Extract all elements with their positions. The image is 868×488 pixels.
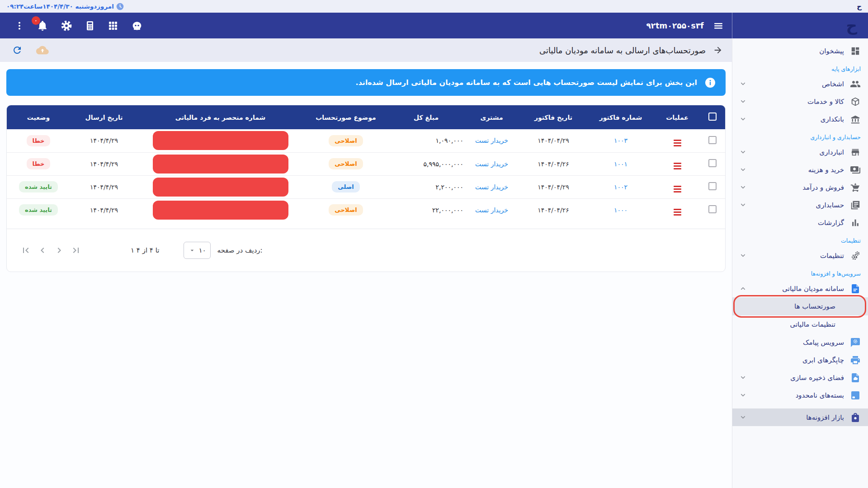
chevron-down-icon — [740, 98, 746, 105]
menu-toggle-icon[interactable] — [713, 20, 724, 31]
invoice-date-cell: ۱۴۰۴/۰۴/۲۹ — [520, 175, 587, 198]
info-icon — [705, 77, 716, 88]
settings-gear-icon[interactable] — [61, 20, 72, 32]
first-page-icon[interactable] — [20, 245, 31, 256]
invoice-number-cell: ۱۰۰۰ — [587, 198, 655, 221]
back-arrow-icon[interactable] — [713, 45, 723, 55]
subject-badge: اصلاحی — [329, 135, 363, 146]
assistant-robot-icon[interactable] — [131, 19, 143, 32]
page-title-group: صورتحساب‌های ارسالی به سامانه مودیان مال… — [539, 45, 723, 55]
sidebar-item[interactable]: پیشخوان — [732, 42, 868, 60]
settings-gears-icon — [850, 250, 861, 261]
sidebar-item[interactable]: فضای ذخیره سازی — [732, 369, 868, 386]
invoice-subject-cell: اصلاحی — [303, 152, 389, 175]
customer-cell: خریدار تست — [463, 152, 520, 175]
invoice-date-cell: ۱۴۰۴/۰۴/۲۶ — [520, 198, 587, 221]
rows-per-page-select[interactable]: ۱۰ — [184, 242, 211, 259]
sidebar-subitem[interactable]: صورتحساب ها — [732, 297, 868, 315]
tax-uid-cell — [138, 152, 303, 175]
row-checkbox[interactable] — [708, 205, 717, 213]
calculator-icon[interactable] — [85, 20, 95, 31]
warehouse-icon — [850, 147, 861, 158]
info-banner: این بخش برای نمایش لیست صورتحساب هایی اس… — [6, 69, 726, 96]
sidebar-item[interactable]: سرویس پیامک — [732, 333, 868, 351]
sidebar-item[interactable]: خرید و هزینه — [732, 161, 868, 178]
row-select-cell — [700, 129, 725, 152]
sidebar-item[interactable]: چاپگرهای ابری — [732, 351, 868, 369]
chevron-down-icon — [740, 116, 746, 122]
row-actions-icon[interactable] — [674, 186, 681, 192]
invoice-number-cell: ۱۰۰۳ — [587, 129, 655, 152]
subject-badge: اصلاحی — [329, 204, 363, 216]
sidebar-item[interactable]: سامانه مودیان مالیاتی — [732, 280, 868, 297]
row-select-cell — [700, 175, 725, 198]
sidebar-item[interactable]: انبارداری — [732, 143, 868, 161]
customer-link[interactable]: خریدار تست — [475, 160, 508, 168]
column-header: عملیات — [655, 105, 700, 129]
sidebar-item[interactable]: تنظیمات — [732, 247, 868, 264]
sidebar-item[interactable]: کالا و خدمات — [732, 93, 868, 110]
notification-badge: ۰ — [32, 16, 40, 25]
notifications-bell-icon[interactable]: ۰ — [37, 20, 48, 32]
redacted-tax-uid-block — [153, 201, 288, 220]
invoice-number-link[interactable]: ۱۰۰۰ — [614, 206, 627, 214]
select-all-checkbox[interactable] — [708, 113, 717, 121]
status-cell: خطا — [7, 152, 70, 175]
total-amount-cell: ۱,۰۹۰,۰۰۰ — [389, 129, 463, 152]
invoice-number-link[interactable]: ۱۰۰۳ — [614, 137, 627, 144]
customer-link[interactable]: خریدار تست — [475, 206, 508, 214]
chart-icon — [850, 217, 861, 228]
sidebar-item[interactable]: بازار افزونه‌ها — [732, 408, 868, 426]
clock-icon — [116, 3, 124, 10]
kebab-menu-icon[interactable] — [14, 21, 24, 31]
sidebar-brand-header: ح — [732, 13, 868, 38]
top-strip: ح امروزدوشنبه ۱۴۰۴/۴/۳۰ساعت۰۹:۲۴ — [0, 0, 868, 13]
main-area: صورتحساب‌های ارسالی به سامانه مودیان مال… — [0, 38, 732, 488]
row-checkbox[interactable] — [708, 182, 717, 190]
sidebar-item[interactable]: فروش و درآمد — [732, 178, 868, 196]
content-area: این بخش برای نمایش لیست صورتحساب هایی اس… — [0, 62, 732, 488]
sidebar-item[interactable]: اشخاص — [732, 75, 868, 93]
cart-icon — [850, 182, 861, 193]
chevron-down-icon — [740, 184, 746, 191]
column-header: مشتری — [463, 105, 520, 129]
cloud-upload-icon[interactable] — [36, 44, 49, 56]
table-row: ۱۰۰۲۱۴۰۴/۰۴/۲۹خریدار تست۲,۲۰۰,۰۰۰اصلی۱۴۰… — [7, 175, 725, 198]
sidebar-item[interactable]: حسابداری — [732, 196, 868, 214]
apps-grid-icon[interactable] — [108, 20, 118, 31]
invoice-number-link[interactable]: ۱۰۰۲ — [614, 183, 627, 191]
select-all-header-cell — [700, 105, 725, 129]
last-page-icon[interactable] — [71, 245, 81, 256]
column-header: تاریخ ارسال — [70, 105, 138, 129]
row-operations-cell — [655, 175, 700, 198]
sidebar-section-label: تنظیمات — [732, 231, 868, 247]
row-actions-icon[interactable] — [674, 163, 681, 169]
sidebar-subitem[interactable]: تنظیمات مالیاتی — [732, 315, 868, 333]
sidebar-item-label: چاپگرهای ابری — [802, 356, 844, 364]
unlimited-package-icon — [850, 390, 861, 401]
navbar-icons: ۰ — [8, 19, 143, 32]
page-title: صورتحساب‌های ارسالی به سامانه مودیان مال… — [539, 46, 706, 55]
row-actions-icon[interactable] — [674, 209, 681, 216]
send-date-cell: ۱۴۰۴/۴/۲۹ — [70, 175, 138, 198]
invoice-subject-cell: اصلاحی — [303, 129, 389, 152]
sidebar-item[interactable]: گزارشات — [732, 214, 868, 231]
tax-uid-cell — [138, 129, 303, 152]
row-checkbox[interactable] — [708, 159, 717, 167]
refresh-icon[interactable] — [12, 45, 23, 56]
sidebar-item-label: حسابداری — [816, 201, 844, 209]
customer-link[interactable]: خریدار تست — [475, 137, 508, 144]
chevron-down-icon — [740, 392, 746, 399]
row-checkbox[interactable] — [708, 136, 717, 144]
next-page-icon[interactable] — [54, 245, 65, 256]
column-header: وضعیت — [7, 105, 70, 129]
send-date-cell: ۱۴۰۴/۴/۲۹ — [70, 129, 138, 152]
sidebar-item[interactable]: بانکداری — [732, 110, 868, 128]
prev-page-icon[interactable] — [37, 245, 48, 256]
sidebar-item[interactable]: بسته‌های نامحدود — [732, 386, 868, 404]
sidebar: پیشخوانابزارهای پایهاشخاصکالا و خدماتبان… — [732, 38, 868, 488]
sidebar-item-label: گزارشات — [818, 219, 844, 227]
row-actions-icon[interactable] — [674, 140, 681, 146]
invoice-number-link[interactable]: ۱۰۰۱ — [614, 160, 627, 168]
customer-link[interactable]: خریدار تست — [475, 183, 508, 191]
